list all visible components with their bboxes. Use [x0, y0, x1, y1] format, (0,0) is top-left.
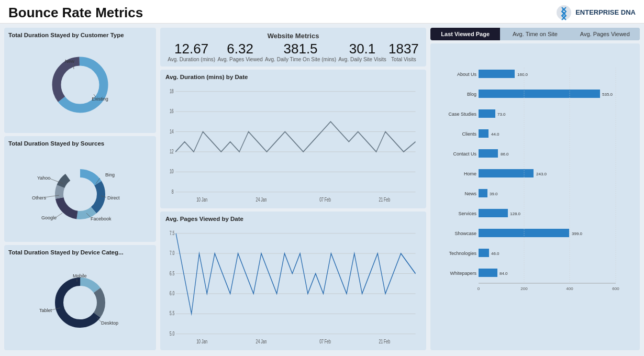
svg-text:07 Feb: 07 Feb: [319, 338, 331, 344]
svg-text:About Us: About Us: [457, 72, 477, 77]
svg-text:5.5: 5.5: [170, 309, 175, 316]
svg-text:Desktop: Desktop: [101, 320, 118, 326]
svg-text:600: 600: [612, 286, 619, 291]
svg-text:12: 12: [170, 148, 174, 154]
svg-text:Bing: Bing: [105, 172, 115, 177]
svg-text:7.0: 7.0: [170, 249, 175, 256]
line-chart-svg-1: 18 16 14 12 10 8 10 Jan: [165, 82, 421, 202]
donut-customer-type: Total Duration Stayed by Customer Type N…: [4, 28, 156, 133]
svg-text:18: 18: [170, 87, 174, 94]
svg-text:86.0: 86.0: [501, 152, 509, 157]
svg-rect-91: [479, 189, 487, 197]
svg-rect-88: [479, 169, 534, 177]
svg-text:7.5: 7.5: [170, 229, 175, 236]
svg-rect-79: [479, 109, 495, 118]
svg-text:84.0: 84.0: [499, 271, 508, 276]
svg-text:243.0: 243.0: [536, 172, 547, 176]
tab-avg-time[interactable]: Avg. Time on Site: [500, 28, 570, 40]
tab-avg-pages[interactable]: Avg. Pages Viewed: [570, 28, 640, 40]
donut-device: Total Duration Stayed by Device Categ...…: [4, 245, 156, 350]
svg-text:24 Jan: 24 Jan: [256, 338, 267, 344]
svg-text:16: 16: [170, 107, 174, 114]
main-content: Total Duration Stayed by Customer Type N…: [0, 24, 644, 354]
donut-svg-1: New Existing: [38, 53, 122, 116]
svg-rect-94: [479, 209, 508, 217]
svg-text:535.0: 535.0: [602, 92, 613, 97]
svg-rect-100: [479, 249, 489, 257]
svg-text:8: 8: [172, 188, 174, 195]
donut-wrapper-2: Bing Direct Facebook Google Others Yahoo: [8, 148, 152, 238]
line-chart-area-2: 7.5 7.0 6.5 6.0 5.5 5.0 10 Jan: [165, 224, 421, 344]
svg-text:Google: Google: [41, 215, 57, 220]
line-chart-area-1: 18 16 14 12 10 8 10 Jan: [165, 82, 421, 202]
svg-rect-73: [479, 70, 515, 78]
svg-rect-85: [479, 149, 498, 158]
svg-text:Direct: Direct: [107, 195, 120, 201]
metric-daily-visits: 30.1 Avg. Daily Site Visits: [338, 42, 386, 62]
svg-point-6: [65, 70, 95, 99]
svg-text:07 Feb: 07 Feb: [319, 196, 331, 202]
svg-text:Tablet: Tablet: [39, 308, 52, 313]
svg-text:Services: Services: [458, 211, 476, 216]
donut-title-1: Total Duration Stayed by Customer Type: [8, 32, 124, 38]
metric-label-1: Avg. Pages Viewed: [217, 57, 262, 62]
svg-text:21 Feb: 21 Feb: [379, 196, 390, 202]
svg-text:39.0: 39.0: [490, 192, 498, 196]
right-column: Last Viewed Page Avg. Time on Site Avg. …: [430, 28, 640, 350]
line-chart-title-1: Avg. Duration (mins) by Date: [165, 74, 421, 80]
svg-text:0: 0: [478, 286, 480, 291]
donut-svg-2: Bing Direct Facebook Google Others Yahoo: [23, 162, 138, 225]
metrics-values-row: 12.67 Avg. Duration (mins) 6.32 Avg. Pag…: [166, 42, 420, 62]
tab-row: Last Viewed Page Avg. Time on Site Avg. …: [430, 28, 640, 40]
svg-text:New: New: [65, 59, 75, 64]
metric-daily-time: 381.5 Avg. Daily Time On Site (mins): [265, 42, 336, 62]
metric-label-0: Avg. Duration (mins): [168, 57, 215, 62]
svg-text:5.0: 5.0: [170, 330, 175, 337]
line-chart-duration: Avg. Duration (mins) by Date 18 16 14 12…: [160, 70, 426, 208]
svg-point-33: [68, 290, 93, 315]
svg-point-17: [68, 182, 93, 207]
dna-icon: [556, 4, 572, 21]
svg-text:46.0: 46.0: [491, 251, 499, 256]
svg-text:160.0: 160.0: [517, 72, 528, 77]
svg-text:Blog: Blog: [467, 92, 476, 97]
metric-avg-duration: 12.67 Avg. Duration (mins): [168, 42, 215, 62]
svg-text:73.0: 73.0: [497, 112, 506, 117]
metric-value-0: 12.67: [168, 42, 215, 55]
svg-text:Yahoo: Yahoo: [37, 175, 50, 181]
center-column: Website Metrics 12.67 Avg. Duration (min…: [160, 28, 426, 350]
donut-title-2: Total Duration Stayed by Sources: [8, 140, 104, 147]
metric-value-2: 381.5: [265, 42, 336, 55]
svg-text:10 Jan: 10 Jan: [196, 196, 207, 202]
tab-last-viewed[interactable]: Last Viewed Page: [430, 28, 500, 40]
svg-line-25: [56, 213, 62, 217]
metrics-section-title: Website Metrics: [166, 32, 420, 40]
metric-avg-pages: 6.32 Avg. Pages Viewed: [217, 42, 262, 62]
donut-title-3: Total Duration Stayed by Device Categ...: [8, 249, 124, 255]
donut-wrapper-3: Mobile Tablet Desktop: [8, 257, 152, 347]
metric-value-4: 1837: [388, 42, 419, 55]
svg-text:400: 400: [566, 286, 573, 291]
metric-value-3: 30.1: [338, 42, 386, 55]
svg-rect-76: [479, 90, 600, 98]
metric-value-1: 6.32: [217, 42, 262, 55]
svg-text:Home: Home: [464, 171, 476, 176]
metric-label-4: Total Visits: [388, 57, 419, 62]
svg-text:Contact Us: Contact Us: [453, 151, 476, 157]
svg-text:24 Jan: 24 Jan: [256, 196, 267, 202]
svg-text:Case Studies: Case Studies: [448, 112, 476, 117]
metric-label-3: Avg. Daily Site Visits: [338, 57, 386, 62]
svg-text:10 Jan: 10 Jan: [196, 338, 207, 344]
line-chart-title-2: Avg. Pages Viewed by Date: [165, 216, 421, 222]
svg-text:Existing: Existing: [92, 96, 108, 102]
metric-label-2: Avg. Daily Time On Site (mins): [265, 57, 336, 62]
page-header: Bounce Rate Metrics ENTERPRISE DNA: [0, 0, 644, 24]
donut-wrapper-1: New Existing: [8, 39, 152, 130]
svg-text:6.0: 6.0: [170, 290, 175, 296]
svg-text:44.0: 44.0: [491, 132, 499, 137]
bar-chart-card: About Us 160.0 Blog 535.0 Case Studies 7…: [430, 43, 640, 350]
svg-text:21 Feb: 21 Feb: [379, 338, 390, 344]
logo-text: ENTERPRISE DNA: [575, 8, 636, 17]
donut-sources: Total Duration Stayed by Sources Bing Di…: [4, 136, 156, 241]
svg-text:Clients: Clients: [462, 131, 476, 137]
